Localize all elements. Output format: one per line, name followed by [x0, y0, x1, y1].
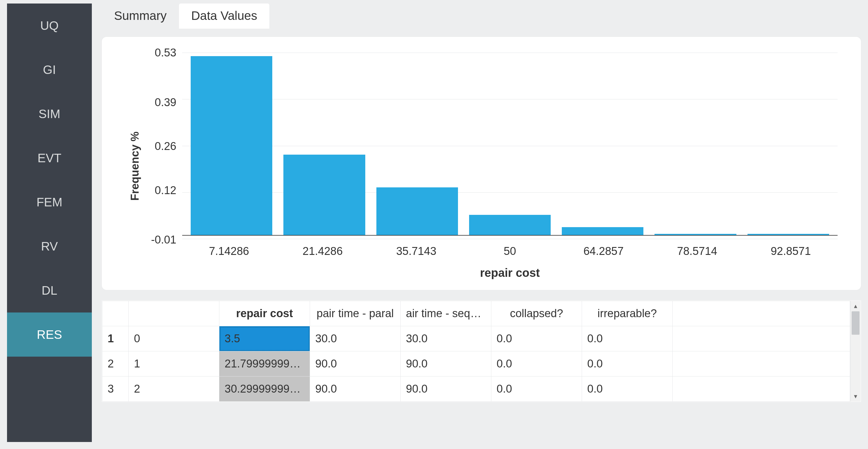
table-cell[interactable]: 90.0 [310, 377, 401, 402]
tab-summary[interactable]: Summary [102, 3, 179, 29]
table-column-header[interactable]: irreparable? [582, 301, 673, 326]
chart-y-ticks: 0.530.390.260.12-0.01 [141, 53, 182, 240]
chart-y-tick: -0.01 [151, 234, 176, 245]
table-cell[interactable]: 0.0 [491, 351, 582, 377]
chart-card: Frequency % 0.530.390.260.12-0.01 7.1428… [102, 37, 861, 290]
chart-baseline [182, 235, 838, 235]
table-corner[interactable] [102, 301, 129, 326]
tab-data-values[interactable]: Data Values [179, 3, 270, 29]
chart-y-tick: 0.39 [155, 97, 176, 108]
data-table[interactable]: repair costpair time - paralair time - s… [102, 301, 850, 402]
table-cell[interactable]: 0.0 [582, 326, 673, 351]
table-column-header[interactable]: pair time - paral [310, 301, 401, 326]
table-cell[interactable]: 0.0 [582, 377, 673, 402]
scrollbar-thumb[interactable] [851, 311, 860, 335]
table-column-header[interactable]: air time - sequer [401, 301, 491, 326]
table-cell[interactable]: 90.0 [401, 377, 491, 402]
scroll-up-arrow-icon[interactable]: ▴ [850, 301, 861, 311]
sidebar-item-sim[interactable]: SIM [7, 92, 92, 136]
chart-x-axis-label: repair cost [182, 258, 838, 280]
table-cell[interactable]: 30.0 [310, 326, 401, 351]
table-cell[interactable]: 0.0 [491, 326, 582, 351]
table-cell[interactable]: 0.0 [582, 351, 673, 377]
chart-y-tick: 0.12 [155, 185, 176, 196]
sidebar: UQGISIMEVTFEMRVDLRES [7, 3, 92, 442]
table-cell[interactable]: 21.799999999... [219, 351, 310, 377]
chart-y-axis-label: Frequency % [125, 132, 141, 201]
sidebar-item-rv[interactable]: RV [7, 224, 92, 268]
scrollbar-track[interactable] [850, 311, 861, 391]
sidebar-item-res[interactable]: RES [7, 313, 92, 357]
chart-y-tick: 0.26 [155, 140, 176, 152]
table-cell[interactable]: 30.0 [401, 326, 491, 351]
chart-x-tick: 7.14286 [182, 245, 276, 258]
chart-bar [562, 227, 643, 236]
chart-bars [182, 53, 838, 239]
scroll-down-arrow-icon[interactable]: ▾ [850, 391, 861, 402]
table-row[interactable]: 2121.799999999...90.090.00.00.0 [102, 351, 850, 377]
vertical-scrollbar[interactable]: ▴ ▾ [850, 301, 861, 402]
table-row-number[interactable]: 1 [102, 326, 129, 351]
sidebar-item-dl[interactable]: DL [7, 268, 92, 313]
table-cell-spacer [673, 351, 850, 377]
table-index-cell[interactable]: 0 [129, 326, 219, 351]
chart-x-tick: 92.8571 [744, 245, 838, 258]
table-column-header[interactable]: repair cost [219, 301, 310, 326]
table-index-cell[interactable]: 2 [129, 377, 219, 402]
chart-x-ticks: 7.1428621.428635.71435064.285778.571492.… [182, 240, 838, 258]
sidebar-item-gi[interactable]: GI [7, 47, 92, 92]
sidebar-item-evt[interactable]: EVT [7, 136, 92, 180]
chart-bar [283, 155, 365, 236]
table-column-header[interactable]: collapsed? [491, 301, 582, 326]
table-cell[interactable]: 3.5 [219, 326, 310, 351]
table-cell-spacer [673, 326, 850, 351]
chart-x-tick: 50 [463, 245, 557, 258]
chart-bar [376, 187, 458, 235]
data-table-container: repair costpair time - paralair time - s… [102, 300, 861, 402]
table-column-header-spacer [673, 301, 850, 326]
table-index-cell[interactable]: 1 [129, 351, 219, 377]
sidebar-item-fem[interactable]: FEM [7, 180, 92, 224]
chart-bar [191, 56, 272, 235]
table-row-number[interactable]: 2 [102, 351, 129, 377]
chart-x-tick: 64.2857 [557, 245, 650, 258]
main-content: SummaryData Values Frequency % 0.530.390… [92, 3, 861, 442]
table-cell[interactable]: 90.0 [310, 351, 401, 377]
table-row[interactable]: 3230.299999999...90.090.00.00.0 [102, 377, 850, 402]
tabs: SummaryData Values [102, 3, 861, 29]
table-row-number[interactable]: 3 [102, 377, 129, 402]
chart-y-tick: 0.53 [155, 47, 176, 58]
table-row[interactable]: 103.530.030.00.00.0 [102, 326, 850, 351]
table-index-header[interactable] [129, 301, 219, 326]
table-cell[interactable]: 30.299999999... [219, 377, 310, 402]
chart-x-tick: 21.4286 [276, 245, 369, 258]
chart-x-tick: 78.5714 [650, 245, 744, 258]
table-cell-spacer [673, 377, 850, 402]
chart-bar [469, 215, 551, 235]
table-cell[interactable]: 0.0 [491, 377, 582, 402]
table-cell[interactable]: 90.0 [401, 351, 491, 377]
sidebar-item-uq[interactable]: UQ [7, 3, 92, 47]
chart-plot-area [182, 53, 838, 240]
chart-x-tick: 35.7143 [369, 245, 463, 258]
